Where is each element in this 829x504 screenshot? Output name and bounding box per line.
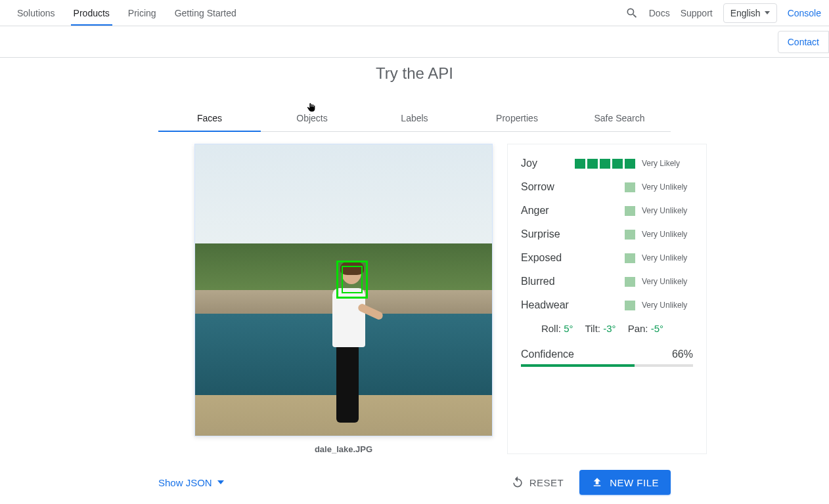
tab-faces[interactable]: Faces — [158, 105, 261, 131]
contact-sales-button[interactable]: Contact — [778, 31, 829, 53]
tab-properties[interactable]: Properties — [466, 105, 568, 131]
emotion-row-anger: AngerVery Unlikely — [521, 205, 693, 217]
emotion-label: Exposed — [521, 252, 573, 264]
nav-item-solutions[interactable]: Solutions — [8, 1, 64, 25]
face-results-panel: JoyVery LikelySorrowVery UnlikelyAngerVe… — [507, 144, 707, 454]
face-detection-box — [336, 261, 368, 299]
language-picker[interactable]: English — [723, 3, 777, 23]
likelihood-text: Very Unlikely — [642, 230, 693, 239]
tab-objects[interactable]: Objects — [261, 105, 363, 131]
emotion-label: Joy — [521, 158, 573, 169]
nav-item-getting-started[interactable]: Getting Started — [166, 1, 246, 25]
top-nav: SolutionsProductsPricingGetting Started … — [0, 0, 829, 26]
support-link[interactable]: Support — [681, 8, 713, 18]
confidence-value: 66% — [672, 348, 693, 360]
sub-nav: Contact — [0, 26, 829, 58]
reset-button[interactable]: RESET — [511, 476, 564, 489]
head-angles: Roll: 5° Tilt: -3° Pan: -5° — [521, 323, 693, 334]
likelihood-bar — [625, 182, 635, 192]
emotion-label: Surprise — [521, 228, 573, 240]
language-label: English — [730, 8, 761, 18]
emotion-row-sorrow: SorrowVery Unlikely — [521, 181, 693, 193]
emotion-row-blurred: BlurredVery Unlikely — [521, 276, 693, 287]
search-icon[interactable] — [625, 7, 639, 20]
likelihood-text: Very Likely — [642, 159, 693, 168]
show-json-toggle[interactable]: Show JSON — [158, 477, 224, 488]
likelihood-text: Very Unlikely — [642, 277, 693, 286]
result-tabs: FacesObjectsLabelsPropertiesSafe Search — [158, 105, 671, 132]
likelihood-bar — [625, 253, 635, 263]
likelihood-text: Very Unlikely — [642, 301, 693, 310]
console-link[interactable]: Console — [788, 8, 821, 18]
analyzed-image — [194, 144, 493, 436]
reset-icon — [511, 476, 524, 489]
nav-item-products[interactable]: Products — [64, 1, 119, 25]
caret-down-icon — [765, 11, 770, 14]
new-file-button[interactable]: NEW FILE — [579, 470, 671, 495]
emotion-label: Anger — [521, 205, 573, 217]
emotion-row-headwear: HeadwearVery Unlikely — [521, 299, 693, 311]
chevron-down-icon — [217, 480, 224, 484]
image-filename: dale_lake.JPG — [194, 444, 493, 454]
confidence-label: Confidence — [521, 348, 574, 360]
likelihood-bar — [625, 206, 635, 216]
likelihood-bar — [625, 277, 635, 287]
likelihood-bar — [575, 159, 635, 169]
page-title: Try the API — [0, 64, 829, 83]
confidence-bar — [521, 364, 693, 367]
emotion-label: Headwear — [521, 299, 573, 311]
likelihood-text: Very Unlikely — [642, 206, 693, 215]
docs-link[interactable]: Docs — [649, 8, 670, 18]
likelihood-text: Very Unlikely — [642, 253, 693, 262]
emotion-row-exposed: ExposedVery Unlikely — [521, 252, 693, 264]
emotion-label: Sorrow — [521, 181, 573, 193]
emotion-row-surprise: SurpriseVery Unlikely — [521, 228, 693, 240]
likelihood-bar — [625, 230, 635, 240]
likelihood-text: Very Unlikely — [642, 182, 693, 192]
tab-labels[interactable]: Labels — [363, 105, 466, 131]
emotion-row-joy: JoyVery Likely — [521, 158, 693, 169]
likelihood-bar — [625, 301, 635, 310]
upload-icon — [591, 476, 603, 488]
nav-item-pricing[interactable]: Pricing — [119, 1, 166, 25]
tab-safe-search[interactable]: Safe Search — [568, 105, 671, 131]
emotion-label: Blurred — [521, 276, 573, 287]
